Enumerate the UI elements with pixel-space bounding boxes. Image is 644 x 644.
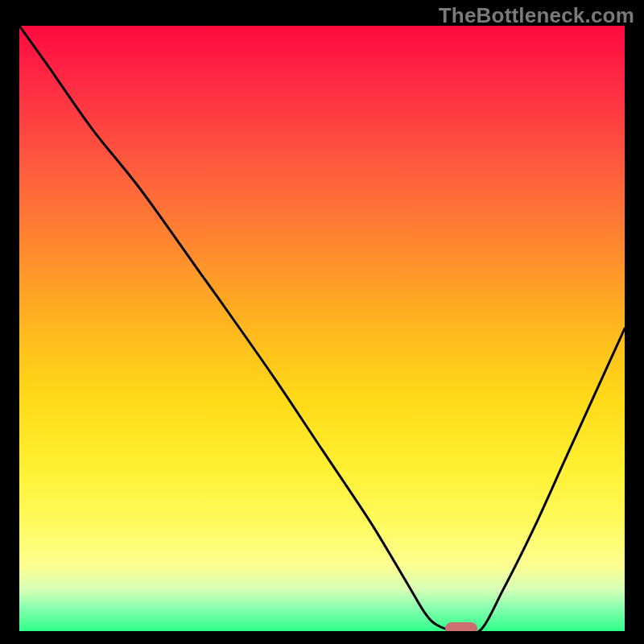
- plot-area: [19, 26, 625, 631]
- optimum-marker: [445, 622, 477, 631]
- bottleneck-curve: [19, 26, 625, 631]
- watermark-text: TheBottleneck.com: [439, 3, 634, 28]
- chart-frame: TheBottleneck.com: [0, 0, 644, 644]
- curve-layer: [19, 26, 625, 631]
